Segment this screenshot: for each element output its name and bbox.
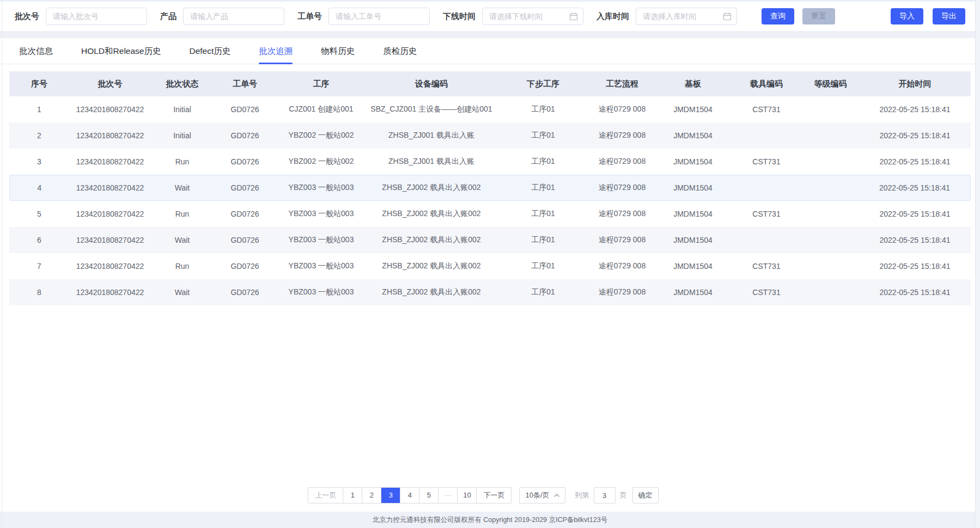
scrollbar-gutter[interactable] [975,0,980,528]
table-cell: Run [151,149,214,175]
text-filter-input[interactable] [183,8,284,25]
table-row[interactable]: 51234201808270422RunGD0726YBZ003 一般站003Z… [9,201,971,227]
column-header: 工序 [276,71,366,96]
table-cell: 工序01 [497,253,589,279]
page-size-select[interactable]: 10条/页 [519,487,565,504]
table-row[interactable]: 31234201808270422RunGD0726YBZ002 一般站002Z… [9,149,971,175]
table-cell: 途程0729 008 [589,227,655,253]
table-cell: 2 [9,122,69,149]
tab-0[interactable]: 批次信息 [19,38,53,64]
table-header-row: 序号批次号批次状态工单号工序设备编码下步工序工艺流程基板载具编码等级编码开始时间 [9,71,971,96]
table-row[interactable]: 21234201808270422InitialGD0726YBZ002 一般站… [9,122,971,149]
filter-bar: 批次号产品工单号下线时间入库时间 查询 重置 导入 导出 [0,2,980,31]
table-cell [731,227,802,253]
tab-4[interactable]: 物料历史 [321,38,355,64]
table-cell: ZHSB_ZJ002 载具出入账002 [366,175,497,201]
column-header: 开始时间 [859,71,971,96]
column-header: 批次状态 [151,71,214,96]
date-picker-input[interactable] [482,8,583,25]
trace-table: 序号批次号批次状态工单号工序设备编码下步工序工艺流程基板载具编码等级编码开始时间… [9,71,971,305]
column-header: 批次号 [69,71,151,96]
table-cell: JMDM1504 [655,122,731,149]
table-cell [731,122,802,149]
export-button[interactable]: 导出 [933,8,965,24]
table-cell: ZHSB_ZJ001 载具出入账 [366,122,497,149]
table-row[interactable]: 61234201808270422WaitGD0726YBZ003 一般站003… [9,227,971,253]
table-cell: Wait [151,227,214,253]
filter-label: 批次号 [15,11,39,22]
table-cell: 1234201808270422 [69,253,151,279]
table-cell: 1234201808270422 [69,96,151,122]
table-cell [731,175,802,201]
tab-5[interactable]: 质检历史 [383,38,417,64]
table-cell: 途程0729 008 [589,279,655,305]
tab-1[interactable]: HOLD和Release历史 [81,38,161,64]
page-5-button[interactable]: 5 [419,488,438,503]
filter-label: 产品 [160,11,176,22]
table-cell: JMDM1504 [655,253,731,279]
section-gap [0,31,980,38]
table-row[interactable]: 71234201808270422RunGD0726YBZ003 一般站003Z… [9,253,971,279]
table-cell: 2022-05-25 15:18:41 [859,149,971,175]
table-cell: 1234201808270422 [69,201,151,227]
page-size-label: 10条/页 [525,490,549,500]
filter-label: 入库时间 [596,11,629,22]
page-10-button[interactable]: 10 [457,488,476,503]
jump-suffix-label: 页 [620,490,627,500]
table-cell: JMDM1504 [655,201,731,227]
page-4-button[interactable]: 4 [400,488,419,503]
table-cell: 2022-05-25 15:18:41 [859,201,971,227]
filter-input-wrap [636,8,737,25]
table-cell: YBZ003 一般站003 [276,227,366,253]
filter-item-0: 批次号 [15,8,147,25]
filter-input-wrap [482,8,583,25]
table-cell: 工序01 [497,227,589,253]
table-cell: GD0726 [214,175,276,201]
table-cell: ZHSB_ZJ001 载具出入账 [366,149,497,175]
tab-3[interactable]: 批次追溯 [259,38,293,64]
copyright-text: 北京力控元通科技有限公司版权所有 Copyright 2019-2029 京IC… [373,515,607,525]
table-row[interactable]: 81234201808270422WaitGD0726YBZ003 一般站003… [9,279,971,305]
tab-bar: 批次信息HOLD和Release历史Defect历史批次追溯物料历史质检历史 [0,38,980,64]
table-cell: 1234201808270422 [69,122,151,149]
table-row[interactable]: 41234201808270422WaitGD0726YBZ003 一般站003… [9,175,971,201]
table-cell: GD0726 [214,122,276,149]
table-cell: Wait [151,279,214,305]
trace-table-wrap: 序号批次号批次状态工单号工序设备编码下步工序工艺流程基板载具编码等级编码开始时间… [9,71,971,305]
reset-button[interactable]: 重置 [802,8,835,24]
query-button[interactable]: 查询 [762,8,794,24]
chevron-up-icon [554,493,559,498]
table-cell: 工序01 [497,175,589,201]
page-ellipsis[interactable]: ··· [438,488,457,503]
pager-group: 上一页12345···10下一页 [308,487,512,504]
column-header: 下步工序 [497,71,589,96]
tab-2[interactable]: Defect历史 [189,38,230,64]
column-header: 载具编码 [731,71,802,96]
date-picker-input[interactable] [636,8,737,25]
table-cell: 工序01 [497,201,589,227]
table-cell: 工序01 [497,149,589,175]
page-2-button[interactable]: 2 [362,488,381,503]
table-cell [802,96,859,122]
table-cell [802,227,859,253]
table-cell: CST731 [731,96,802,122]
column-header: 序号 [9,71,69,96]
confirm-button[interactable]: 确定 [632,487,659,504]
next-page-button[interactable]: 下一页 [476,488,511,503]
import-button[interactable]: 导入 [891,8,923,24]
jump-page-input[interactable] [594,487,616,504]
table-row[interactable]: 11234201808270422InitialGD0726CJZ001 创建站… [9,96,971,122]
page-3-button[interactable]: 3 [381,488,400,503]
content-panel: 批次信息HOLD和Release历史Defect历史批次追溯物料历史质检历史 序… [0,38,980,510]
text-filter-input[interactable] [328,8,430,25]
table-cell: SBZ_CJZ001 主设备——创建站001 [366,96,497,122]
page-1-button[interactable]: 1 [343,488,362,503]
table-cell: 4 [9,175,69,201]
filter-label: 工单号 [297,11,322,22]
text-filter-input[interactable] [46,8,147,25]
calendar-icon [723,12,732,21]
filter-input-wrap [183,8,284,25]
prev-page-button[interactable]: 上一页 [308,488,343,503]
table-cell: Run [151,201,214,227]
table-cell: CST731 [731,201,802,227]
